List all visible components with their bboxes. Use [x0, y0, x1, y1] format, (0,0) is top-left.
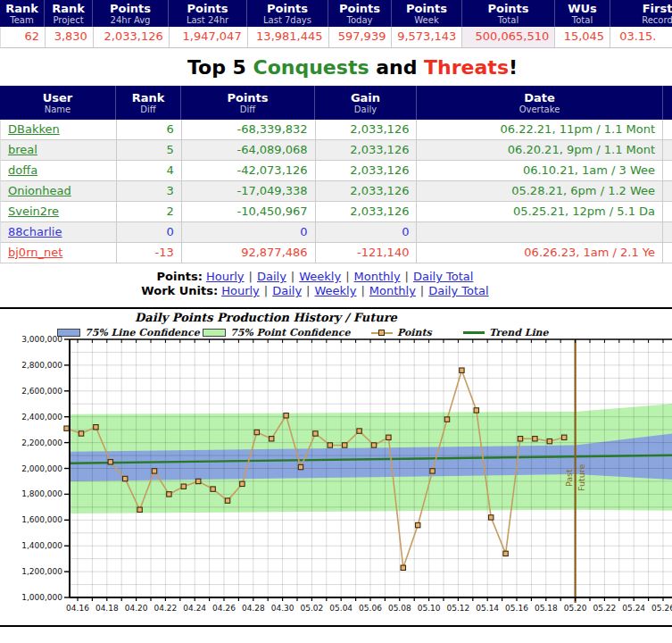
separator: |: [286, 270, 299, 283]
date-overtake-cell: [417, 222, 663, 242]
data-point-marker: [503, 551, 508, 555]
x-axis-tick-label: 05.24: [622, 604, 645, 613]
link-weekly[interactable]: Weekly: [314, 284, 356, 297]
date-overtake-cell: 06.20.21, 9pm / 1.1 Mont: [417, 140, 663, 160]
data-point-marker: [460, 368, 464, 372]
user-cell: Svein2re: [1, 202, 117, 221]
rank-diff-cell: 0: [117, 222, 182, 242]
data-point-marker: [386, 435, 391, 439]
user-link[interactable]: Svein2re: [8, 205, 59, 218]
date-overtake-cell: 05.25.21, 12pm / 5.1 Da: [417, 202, 663, 221]
y-axis-tick-label: 2,400,000: [21, 413, 62, 422]
user-link[interactable]: breal: [8, 143, 37, 156]
stat-links: Points:Hourly|Daily|Weekly|Monthly|Daily…: [0, 270, 630, 298]
user-cell: bj0rn_net: [1, 243, 117, 263]
user-cell: Onionhead: [1, 181, 117, 201]
stub-cell: [663, 181, 672, 201]
conquests-table: UserNameRankDiffPointsDiffGainDailyDateO…: [0, 86, 672, 263]
x-axis-tick-label: 05.18: [535, 604, 558, 613]
column-header-24hr-avg: Points24hr Avg: [93, 0, 169, 27]
summary-value: 1,947,047: [170, 27, 248, 47]
data-point-marker: [79, 431, 83, 436]
rank-diff-cell: 4: [117, 161, 182, 180]
separator: |: [260, 284, 272, 297]
x-axis-tick-label: 05.14: [476, 604, 499, 613]
user-link[interactable]: bj0rn_net: [8, 246, 62, 259]
column-header-team: RankTeam: [0, 0, 45, 27]
gain-daily-cell: 2,033,126: [316, 140, 418, 160]
link-daily-total[interactable]: Daily Total: [428, 284, 488, 297]
link-monthly[interactable]: Monthly: [369, 284, 416, 297]
stat-links-label: Points:: [157, 270, 203, 283]
column-header-diff: PointsDiff: [181, 86, 315, 120]
x-axis-tick-label: 04.26: [212, 604, 236, 613]
y-axis-tick-label: 1,800,000: [21, 489, 62, 498]
y-axis-tick-label: 1,000,000: [21, 593, 62, 602]
page-title-part: Conquests: [253, 56, 369, 79]
data-point-marker: [343, 443, 347, 447]
stub-cell: [663, 202, 672, 221]
page-title-part: !: [509, 56, 518, 79]
data-point-marker: [123, 476, 128, 480]
table-row: 88charlie000: [0, 222, 672, 243]
data-point-marker: [328, 443, 332, 447]
column-header-total: PointsTotal: [462, 0, 555, 27]
page-title-part: and: [369, 56, 425, 79]
stub-cell: [663, 222, 672, 242]
link-daily[interactable]: Daily: [257, 270, 286, 283]
data-point-marker: [254, 430, 259, 434]
page-title: Top 5 Conquests and Threats!: [0, 52, 672, 84]
x-axis-tick-label: 05.12: [447, 604, 470, 613]
user-link[interactable]: DBakken: [8, 122, 60, 136]
x-axis-tick-label: 04.20: [125, 604, 148, 613]
link-daily[interactable]: Daily: [272, 284, 302, 297]
link-weekly[interactable]: Weekly: [299, 270, 341, 283]
link-hourly[interactable]: Hourly: [221, 284, 260, 297]
data-point-marker: [533, 437, 537, 441]
user-cell: breal: [1, 140, 117, 160]
table-row: doffa4-42,073,1262,033,12606.10.21, 1am …: [0, 161, 672, 181]
x-axis-tick-label: 04.24: [183, 604, 206, 613]
x-axis-tick-label: 05.16: [505, 604, 528, 613]
y-axis-tick-label: 3,000,000: [21, 335, 62, 344]
data-point-marker: [401, 565, 405, 570]
stat-links-line: Points:Hourly|Daily|Weekly|Monthly|Daily…: [0, 270, 630, 284]
user-link[interactable]: 88charlie: [8, 225, 62, 238]
x-axis-tick-label: 04.16: [66, 604, 89, 613]
stat-links-label: Work Units:: [141, 284, 218, 297]
link-daily-total[interactable]: Daily Total: [413, 270, 473, 283]
user-link[interactable]: doffa: [8, 163, 37, 177]
summary-value: 500,065,510: [462, 27, 555, 47]
column-header-record: FirstRecord: [610, 0, 672, 27]
summary-table-header: RankTeamRankProjectPoints24hr AvgPointsL…: [0, 0, 672, 27]
x-axis-tick-label: 05.26: [651, 604, 672, 613]
separator: |: [245, 270, 257, 283]
data-point-marker: [64, 426, 69, 430]
link-monthly[interactable]: Monthly: [354, 270, 401, 283]
table-row: Svein2re2-10,450,9672,033,12605.25.21, 1…: [0, 202, 672, 222]
x-axis-tick-label: 04.22: [154, 604, 178, 613]
data-point-marker: [196, 479, 201, 483]
x-axis-tick-label: 04.18: [95, 604, 119, 613]
separator: |: [356, 284, 369, 297]
rank-diff-cell: 5: [117, 140, 182, 160]
summary-table: RankTeamRankProjectPoints24hr AvgPointsL…: [0, 0, 672, 48]
y-axis-tick-label: 2,800,000: [21, 361, 62, 370]
column-header-last-24hr: PointsLast 24hr: [169, 0, 247, 27]
column-header-week: PointsWeek: [392, 0, 462, 27]
summary-table-row: 623,8302,033,1261,947,04713,981,445597,9…: [0, 27, 672, 48]
table-row: breal5-64,089,0682,033,12606.20.21, 9pm …: [0, 140, 672, 161]
gain-daily-cell: 2,033,126: [316, 202, 418, 221]
data-point-marker: [562, 435, 567, 439]
summary-value: 13,981,445: [248, 27, 329, 47]
stub-cell: [663, 120, 672, 139]
x-axis-tick-label: 05.10: [418, 604, 441, 613]
link-hourly[interactable]: Hourly: [206, 270, 245, 283]
summary-value: 15,045: [555, 27, 610, 47]
rank-diff-cell: -13: [117, 243, 182, 263]
x-axis-tick-label: 05.02: [301, 604, 324, 613]
user-link[interactable]: Onionhead: [8, 184, 71, 197]
data-point-marker: [298, 464, 303, 469]
points-diff-cell: -17,049,338: [182, 181, 316, 201]
summary-value: 3,830: [46, 27, 94, 47]
